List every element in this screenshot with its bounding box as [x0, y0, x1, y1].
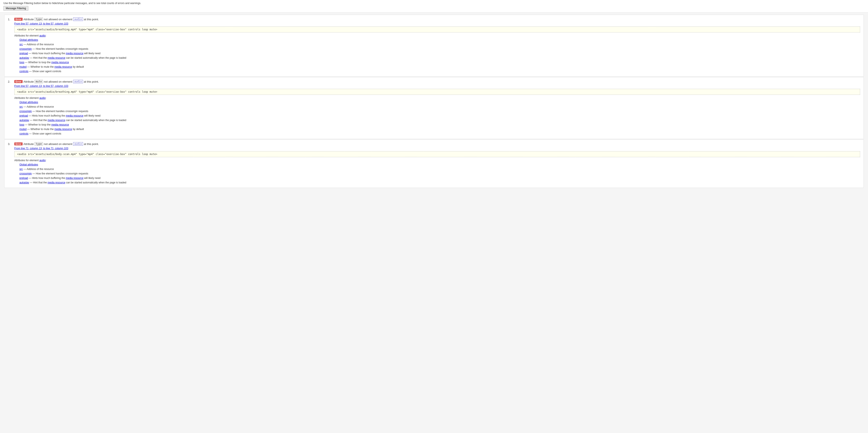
error-header: Error Attribute type not allowed on elem… [14, 142, 860, 146]
error-content: Error Attribute mute not allowed on elem… [14, 80, 860, 136]
error-badge: Error [14, 18, 23, 21]
attr-link[interactable]: Global attributes [20, 101, 38, 104]
message-filtering-button[interactable]: Message Filtering [3, 6, 28, 11]
attr-link[interactable]: src [20, 43, 23, 46]
error-header: Error Attribute type not allowed on elem… [14, 18, 860, 21]
attrs-section: Attributes for element audio:Global attr… [14, 159, 860, 184]
attr-mid-link[interactable]: media resource [66, 114, 84, 117]
error-number: 1. [8, 18, 14, 21]
attr-list-item: crossorigin — How the element handles cr… [20, 109, 860, 113]
attr-list-item: muted — Whether to mute the media resour… [20, 127, 860, 131]
attrs-section: Attributes for element audio:Global attr… [14, 34, 860, 73]
attr-link[interactable]: muted [20, 128, 27, 131]
attr-link[interactable]: loop [20, 61, 24, 64]
attr-link[interactable]: preload [20, 114, 28, 117]
attr-link[interactable]: src [20, 105, 23, 108]
attr-mid-link[interactable]: media resource [48, 181, 65, 184]
errors-list: 1.Error Attribute type not allowed on el… [0, 12, 868, 191]
attr-list-item: Global attributes [20, 100, 860, 104]
error-element-name: audio [73, 80, 83, 83]
attrs-intro: Attributes for element audio: [14, 34, 860, 37]
error-content: Error Attribute type not allowed on elem… [14, 142, 860, 185]
attr-mid-link[interactable]: media resource [66, 177, 84, 179]
attrs-intro: Attributes for element audio: [14, 159, 860, 162]
attr-link[interactable]: controls [20, 70, 28, 73]
error-code-block: <audio src="assets/audio/body-scan.mp4" … [14, 151, 860, 157]
attr-list-item: autoplay — Hint that the media resource … [20, 118, 860, 122]
error-badge: Error [14, 142, 23, 145]
attr-link[interactable]: Global attributes [20, 163, 38, 166]
attr-list-item: crossorigin — How the element handles cr… [20, 47, 860, 51]
attr-list-item: controls — Show user agent controls [20, 132, 860, 136]
error-attr-name: type [35, 18, 43, 21]
attr-link[interactable]: controls [20, 132, 28, 135]
attr-link[interactable]: src [20, 168, 23, 171]
top-description: Use the Message Filtering button below t… [3, 2, 865, 5]
attr-link[interactable]: preload [20, 177, 28, 179]
error-number: 2. [8, 80, 14, 83]
attr-list-item: loop — Whether to loop the media resourc… [20, 60, 860, 64]
attr-list-item: src — Address of the resource [20, 42, 860, 46]
error-element-name: audio [73, 18, 83, 21]
error-attr-name: mute [35, 80, 43, 83]
attr-mid-link[interactable]: media resource [54, 65, 72, 68]
attr-list-item: preload — Hints how much buffering the m… [20, 176, 860, 180]
attr-link[interactable]: crossorigin [20, 110, 32, 113]
error-attr-name: type [35, 142, 43, 146]
attr-list-item: crossorigin — How the element handles cr… [20, 172, 860, 175]
attrs-section: Attributes for element audio:Global attr… [14, 96, 860, 136]
attr-list-item: Global attributes [20, 163, 860, 167]
attr-list-item: src — Address of the resource [20, 105, 860, 109]
attrs-element-link[interactable]: audio [39, 159, 45, 162]
attrs-intro: Attributes for element audio: [14, 96, 860, 99]
error-code-block: <audio src="assets/audio/breathing.mp4" … [14, 27, 860, 32]
error-content: Error Attribute type not allowed on elem… [14, 18, 860, 74]
attr-mid-link[interactable]: media resource [54, 128, 72, 131]
error-source-link[interactable]: From line 57, column 13; to line 57, col… [14, 85, 860, 88]
attr-list-item: loop — Whether to loop the media resourc… [20, 123, 860, 126]
top-bar: Use the Message Filtering button below t… [0, 0, 868, 12]
error-source-link[interactable]: From line 57, column 13; to line 57, col… [14, 22, 860, 25]
attr-mid-link[interactable]: media resource [48, 56, 65, 59]
error-source-link[interactable]: From line 71, column 13; to line 71, col… [14, 147, 860, 150]
error-code-block: <audio src="assets/audio/breathing.mp4" … [14, 89, 860, 95]
error-item-3: 3.Error Attribute type not allowed on el… [4, 139, 864, 188]
attr-link[interactable]: autoplay [20, 119, 29, 122]
attr-list-item: muted — Whether to mute the media resour… [20, 65, 860, 69]
attrs-element-link[interactable]: audio [39, 34, 45, 37]
error-header: Error Attribute mute not allowed on elem… [14, 80, 860, 83]
attr-link[interactable]: crossorigin [20, 48, 32, 50]
attr-link[interactable]: loop [20, 123, 24, 126]
attr-mid-link[interactable]: media resource [51, 61, 69, 64]
attr-mid-link[interactable]: media resource [51, 123, 69, 126]
attr-list-item: src — Address of the resource [20, 167, 860, 171]
attr-link[interactable]: autoplay [20, 181, 29, 184]
attr-list-item: controls — Show user agent controls [20, 69, 860, 73]
error-badge: Error [14, 80, 23, 83]
attr-link[interactable]: autoplay [20, 56, 29, 59]
attr-list-item: preload — Hints how much buffering the m… [20, 114, 860, 118]
attr-list-item: Global attributes [20, 38, 860, 42]
attr-link[interactable]: crossorigin [20, 172, 32, 175]
attr-list-item: autoplay — Hint that the media resource … [20, 181, 860, 184]
attr-link[interactable]: muted [20, 65, 27, 68]
attrs-element-link[interactable]: audio [39, 96, 45, 99]
error-item-1: 1.Error Attribute type not allowed on el… [4, 15, 864, 77]
attr-mid-link[interactable]: media resource [48, 119, 65, 122]
error-element-name: audio [73, 142, 83, 146]
attr-link[interactable]: Global attributes [20, 38, 38, 41]
attr-list-item: preload — Hints how much buffering the m… [20, 52, 860, 55]
attr-mid-link[interactable]: media resource [66, 52, 84, 55]
attr-list-item: autoplay — Hint that the media resource … [20, 56, 860, 60]
error-number: 3. [8, 142, 14, 146]
error-item-2: 2.Error Attribute mute not allowed on el… [4, 77, 864, 139]
attr-link[interactable]: preload [20, 52, 28, 55]
